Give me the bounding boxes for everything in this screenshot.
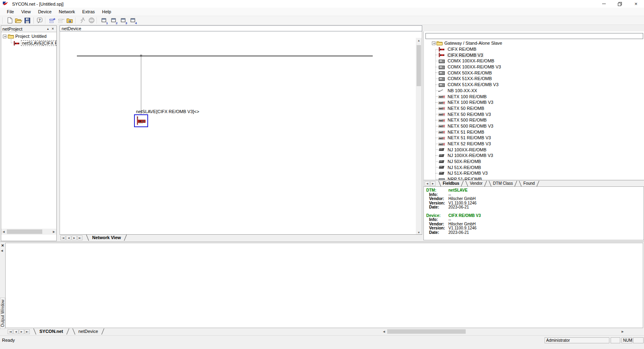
catalog-item[interactable]: NETX 52 RE/OMB V3 [424, 141, 644, 147]
catalog-item[interactable]: NETX 500 RE/OMB [424, 117, 644, 123]
scroll-thumb[interactable] [7, 229, 42, 234]
application-window: SYCON.net - [Untitled.spj] × FileViewDev… [0, 0, 644, 349]
menu-item[interactable]: View [18, 8, 35, 16]
catalog-tab[interactable]: Found [520, 181, 538, 186]
delete-device-button[interactable] [57, 17, 66, 25]
scroll-up-icon[interactable]: ▲ [416, 38, 422, 43]
catalog-item[interactable]: NETX 500 RE/OMB V3 [424, 123, 644, 129]
output-content[interactable] [5, 243, 643, 328]
menu-item[interactable]: File [3, 8, 18, 16]
catalog-item[interactable]: CIFX RE/OMB [424, 46, 644, 52]
catalog-item[interactable]: NETX 51 RE/OMB V3 [424, 135, 644, 141]
menu-item[interactable]: Device [34, 8, 55, 16]
output-window: ✕ ◀ Output Window |◀ ◀ ▶ ▶| SYCON.net ne… [0, 242, 644, 335]
tab-last-icon[interactable]: ▶| [25, 329, 30, 334]
output-tab[interactable]: SYCON.net [35, 328, 68, 335]
catalog-item[interactable]: NETX 100 RE/OMB [424, 93, 644, 99]
catalog-item[interactable]: NRP 51-RE/OMB [424, 176, 644, 180]
tab-prev-icon[interactable]: ◀ [13, 329, 19, 334]
catalog-tab[interactable]: DTM Class [490, 181, 516, 186]
network-view-canvas[interactable]: netSLAVE[CIFX RE/OMB V3]<> ▲ ▼ ◀ [60, 31, 422, 235]
scroll-right-icon[interactable]: ▶ [620, 328, 625, 335]
collapse-icon[interactable] [432, 41, 436, 45]
catalog-item[interactable]: NJ 51X-RE/OMB [424, 164, 644, 170]
window-layout-button[interactable]: 1 [99, 17, 108, 25]
minimize-button[interactable] [596, 0, 612, 8]
info-field-row: Vendor: Hilscher GmbH [426, 197, 644, 201]
new-project-button[interactable] [5, 17, 14, 25]
catalog-item[interactable]: COMX 51XX-RE/OMB V3 [424, 82, 644, 88]
catalog-item[interactable]: NETX 100 RE/OMB V3 [424, 99, 644, 105]
netproject-hscrollbar[interactable]: ◀ ▶ [1, 229, 56, 235]
catalog-item[interactable]: CIFX RE/OMB V3 [424, 52, 644, 58]
netproject-title: netProject [2, 27, 45, 31]
scroll-left-icon[interactable]: ◀ [382, 328, 386, 335]
window-layout-button[interactable]: 3 [119, 17, 128, 25]
catalog-item[interactable]: NJ 50X-RE/OMB [424, 159, 644, 165]
collapse-icon[interactable] [3, 35, 6, 38]
scroll-thumb[interactable] [417, 45, 421, 86]
output-tabs: SYCON.net netDevice [32, 328, 106, 335]
catalog-filter-input[interactable] [425, 33, 643, 39]
catalog-item[interactable]: NB 100-XX-XX [424, 88, 644, 94]
scroll-thumb[interactable] [387, 329, 466, 334]
menu-item[interactable]: Extras [78, 8, 98, 16]
catalog-item[interactable]: NJ 51X-RE/OMB V3 [424, 170, 644, 176]
scroll-left-icon[interactable]: ◀ [1, 229, 6, 235]
insert-device-icon [49, 18, 56, 23]
catalog-item[interactable]: COMX 50XX-RE/OMB [424, 70, 644, 76]
save-button[interactable] [23, 17, 32, 25]
project-device-label: netSLAVE[CIFX RE/O [21, 40, 56, 46]
device-icon [438, 107, 445, 110]
output-hscrollbar[interactable]: ◀ ▶ [382, 328, 625, 335]
tab-first-icon[interactable]: |◀ [60, 235, 66, 240]
catalog-item[interactable]: NETX 51 RE/OMB [424, 129, 644, 135]
tab-next-icon[interactable]: ▶ [430, 181, 436, 186]
project-root-row[interactable]: Project: Untitled [1, 33, 56, 39]
catalog-item[interactable]: NETX 50 RE/OMB V3 [424, 111, 644, 117]
close-output-icon[interactable]: ✕ [0, 244, 5, 248]
scroll-right-icon[interactable]: ▶ [52, 229, 56, 235]
menu-item[interactable]: Network [55, 8, 78, 16]
tab-network-view[interactable]: Network View [87, 235, 126, 241]
output-tab[interactable]: netDevice [74, 328, 103, 335]
netdevice-vscrollbar[interactable]: ▲ ▼ [416, 38, 422, 235]
netproject-panel: netProject ▴ ✕ Project: Untitled netSLAV… [1, 25, 57, 241]
tab-prev-icon[interactable]: ◀ [66, 235, 71, 240]
pin-panel-button[interactable]: ▴ [45, 27, 50, 31]
catalog-tab[interactable]: Vendor [466, 181, 486, 186]
close-button[interactable]: × [628, 0, 644, 8]
tab-last-icon[interactable]: ▶| [77, 235, 83, 240]
window-layout-button[interactable]: 4 [128, 17, 137, 25]
restore-button[interactable] [612, 0, 628, 8]
selected-device[interactable] [134, 114, 148, 127]
window-layout-button[interactable]: 2 [109, 17, 118, 25]
folder-icon [436, 41, 443, 45]
catalog-root-row[interactable]: Gateway / Stand-Alone Slave [424, 40, 644, 46]
import-device-button[interactable] [66, 17, 74, 25]
help-button[interactable]: ? [35, 17, 44, 25]
delete-device-icon [58, 18, 64, 23]
catalog-item[interactable]: COMX 100XX-RE/OMB V3 [424, 64, 644, 70]
tab-next-icon[interactable]: ▶ [72, 235, 77, 240]
insert-device-button[interactable] [48, 17, 57, 25]
stop-button[interactable] [87, 17, 96, 25]
catalog-tab[interactable]: Fieldbus [440, 181, 462, 186]
device-icon [438, 95, 445, 99]
close-panel-button[interactable]: ✕ [50, 27, 55, 31]
device-name: CIFX RE/OMB V3 [448, 214, 481, 218]
catalog-item[interactable]: NJ 100XX-RE/OMB [424, 147, 644, 153]
tab-first-icon[interactable]: |◀ [8, 329, 13, 334]
catalog-item[interactable]: NJ 100XX-RE/OMB V3 [424, 153, 644, 159]
catalog-item[interactable]: COMX 100XX-RE/OMB [424, 58, 644, 64]
tab-prev-icon[interactable]: ◀ [425, 181, 430, 186]
collapse-output-icon[interactable]: ◀ [1, 249, 3, 252]
open-project-button[interactable] [14, 17, 23, 25]
project-device-row[interactable]: netSLAVE[CIFX RE/O [8, 40, 56, 46]
catalog-item[interactable]: COMX 51XX-RE/OMB [424, 76, 644, 82]
tab-next-icon[interactable]: ▶ [19, 329, 24, 334]
status-message: Ready [2, 338, 15, 343]
catalog-item[interactable]: NETX 50 RE/OMB [424, 105, 644, 112]
menu-item[interactable]: Help [99, 8, 115, 16]
start-button[interactable] [78, 17, 87, 25]
